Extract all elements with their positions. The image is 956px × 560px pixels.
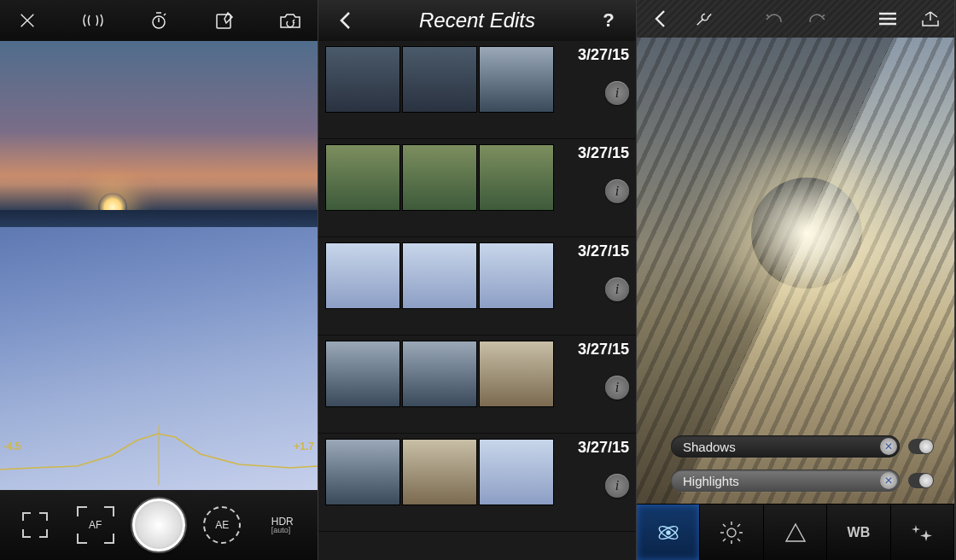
shadows-toggle[interactable] (908, 439, 934, 454)
shadows-label: Shadows (683, 440, 736, 454)
thumbnail[interactable] (479, 144, 554, 211)
thumbnail[interactable] (402, 46, 477, 113)
timer-icon[interactable] (140, 2, 178, 39)
thumbnail[interactable] (479, 46, 554, 113)
highlights-label: Highlights (683, 474, 739, 488)
adjustments-button[interactable] (685, 0, 722, 38)
shadows-slider[interactable]: Shadows ✕ (671, 435, 900, 458)
sparkle-icon (909, 522, 935, 544)
edit-row[interactable]: 3/27/15 i (318, 139, 636, 237)
shutter-button[interactable] (132, 499, 185, 551)
undo-icon (764, 10, 784, 27)
tool-tone[interactable] (637, 505, 700, 560)
svg-point-5 (667, 531, 670, 534)
edit-date: 3/27/15 (578, 144, 629, 162)
hdr-mode-button[interactable]: HDR [auto] (259, 502, 306, 548)
thumbnail[interactable] (479, 341, 554, 407)
highlights-slider-row: Highlights ✕ (671, 470, 934, 492)
svg-line-11 (723, 524, 726, 527)
help-button[interactable]: ? (590, 2, 627, 39)
thumbnail[interactable] (325, 144, 400, 211)
camera-viewfinder[interactable]: -4.5 +1.7 (0, 41, 318, 490)
shadows-slider-row: Shadows ✕ (671, 435, 934, 458)
help-icon: ? (603, 9, 614, 32)
edit-date: 3/27/15 (578, 46, 629, 64)
thumbnail[interactable] (479, 439, 554, 505)
compose-icon[interactable] (206, 2, 243, 39)
edit-date: 3/27/15 (578, 439, 629, 457)
redo-icon (807, 10, 827, 27)
camera-bottombar: AF AE HDR [auto] (0, 490, 318, 560)
af-label: AF (89, 519, 102, 531)
ae-label: AE (215, 519, 229, 531)
svg-point-6 (727, 528, 736, 537)
menu-button[interactable] (869, 0, 906, 38)
hdr-sublabel: [auto] (271, 527, 294, 534)
camera-topbar (0, 0, 318, 41)
editor-toolbar: WB (637, 504, 954, 560)
slider-reset-icon[interactable]: ✕ (880, 438, 897, 455)
editor-topbar (637, 0, 954, 38)
recent-edits-topbar: Recent Edits ? (318, 0, 636, 41)
thumbnail[interactable] (402, 439, 477, 505)
triangle-icon (784, 522, 807, 544)
thumbnail[interactable] (402, 144, 477, 211)
undo-button[interactable] (755, 0, 793, 38)
slider-reset-icon[interactable]: ✕ (880, 472, 897, 489)
pane-camera: -4.5 +1.7 AF AE HDR [auto] (0, 0, 318, 560)
thumbnail[interactable] (402, 341, 477, 407)
edit-row[interactable]: 3/27/15 i (318, 41, 636, 139)
info-button[interactable]: i (605, 474, 629, 498)
svg-line-14 (723, 539, 726, 541)
thumbnail[interactable] (479, 242, 554, 309)
edit-date: 3/27/15 (578, 242, 629, 260)
thumbnail[interactable] (325, 439, 400, 505)
pane-recent-edits: Recent Edits ? 3/27/15 i 3/27/15 (318, 0, 637, 560)
recent-edits-list[interactable]: 3/27/15 i 3/27/15 i 3/27/15 i (318, 41, 636, 560)
highlights-slider[interactable]: Highlights ✕ (671, 470, 900, 492)
aspect-crop-icon (22, 512, 48, 538)
back-button[interactable] (642, 0, 679, 38)
info-button[interactable]: i (605, 81, 629, 105)
editor-canvas[interactable]: Shadows ✕ Highlights ✕ (637, 38, 954, 504)
edit-date: 3/27/15 (578, 341, 629, 359)
wrench-icon (694, 9, 713, 28)
info-button[interactable]: i (605, 376, 629, 400)
share-button[interactable] (912, 0, 949, 38)
thumbnail[interactable] (402, 242, 477, 309)
pane-editor: Shadows ✕ Highlights ✕ WB (637, 0, 955, 560)
highlights-toggle[interactable] (908, 473, 934, 488)
thumbnail[interactable] (325, 341, 400, 407)
edit-row[interactable]: 3/27/15 i (318, 335, 636, 434)
menu-icon (877, 11, 898, 26)
switch-camera-icon[interactable] (271, 2, 309, 39)
tool-white-balance[interactable]: WB (827, 505, 890, 560)
wb-label: WB (848, 525, 871, 540)
back-button[interactable] (327, 2, 364, 39)
autofocus-button[interactable]: AF (73, 502, 119, 548)
autoexposure-button[interactable]: AE (199, 502, 245, 548)
exposure-bracket-icon[interactable] (74, 2, 112, 39)
edit-row[interactable]: 3/27/15 i (318, 237, 636, 335)
sun-icon (720, 521, 743, 545)
redo-button[interactable] (798, 0, 836, 38)
svg-line-13 (737, 524, 740, 527)
adjustment-sliders: Shadows ✕ Highlights ✕ (671, 435, 934, 492)
svg-line-12 (737, 539, 740, 541)
close-icon[interactable] (9, 2, 46, 39)
share-icon (920, 10, 941, 27)
histogram-ev-right: +1.7 (294, 440, 314, 452)
edit-row[interactable]: 3/27/15 i (318, 434, 636, 532)
info-button[interactable]: i (605, 179, 629, 203)
tool-brightness[interactable] (700, 505, 763, 560)
atom-icon (656, 520, 681, 545)
scene-ocean (0, 210, 318, 229)
aspect-crop-button[interactable] (12, 502, 58, 548)
thumbnail[interactable] (325, 242, 400, 309)
tool-sharpen[interactable] (764, 505, 827, 560)
histogram-ev-left: -4.5 (3, 440, 21, 452)
info-button[interactable]: i (605, 277, 629, 301)
tool-effects[interactable] (891, 505, 954, 560)
thumbnail[interactable] (325, 46, 400, 113)
scene-beach (0, 227, 318, 490)
